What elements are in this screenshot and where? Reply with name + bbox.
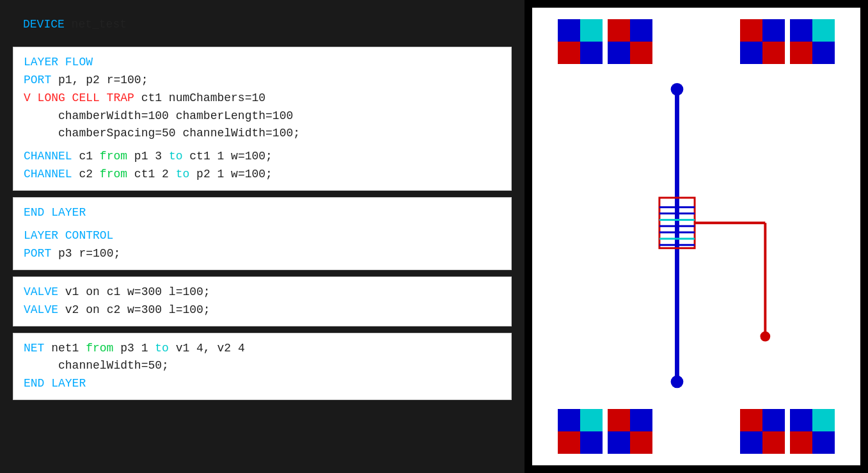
diagram-area bbox=[532, 8, 860, 465]
device-name: net_test bbox=[65, 18, 127, 31]
valve-v1-line: VALVE v1 on c1 w=300 l=100; bbox=[24, 284, 501, 301]
layer-control-line: LAYER CONTROL bbox=[24, 227, 501, 245]
end-layer-line2: END LAYER bbox=[24, 375, 501, 393]
right-panel bbox=[525, 0, 868, 473]
cell-trap-line2: chamberWidth=100 chamberLength=100 bbox=[24, 108, 501, 125]
valve-block: VALVE v1 on c1 w=300 l=100; VALVE v2 on … bbox=[13, 277, 512, 326]
svg-point-2 bbox=[671, 376, 684, 389]
left-panel: DEVICE net_test LAYER FLOW PORT p1, p2 r… bbox=[0, 0, 525, 473]
net-line1: NET net1 from p3 1 to v1 4, v2 4 bbox=[24, 340, 501, 358]
device-keyword: DEVICE bbox=[23, 18, 65, 31]
end-layer-block: END LAYER LAYER CONTROL PORT p3 r=100; bbox=[13, 197, 512, 270]
cell-trap-line3: chamberSpacing=50 channelWidth=100; bbox=[24, 125, 501, 143]
flow-layer-block: LAYER FLOW PORT p1, p2 r=100; V LONG CEL… bbox=[13, 47, 512, 191]
diagram-svg bbox=[532, 8, 860, 465]
layer-flow-line: LAYER FLOW bbox=[24, 54, 501, 72]
end-layer-line: END LAYER bbox=[24, 204, 501, 222]
port-line: PORT p1, p2 r=100; bbox=[24, 72, 501, 90]
net-block: NET net1 from p3 1 to v1 4, v2 4 channel… bbox=[13, 333, 512, 401]
svg-point-1 bbox=[671, 83, 684, 96]
channel-c1-line: CHANNEL c1 from p1 3 to ct1 1 w=100; bbox=[24, 148, 501, 166]
channel-c2-line: CHANNEL c2 from ct1 2 to p2 1 w=100; bbox=[24, 166, 501, 184]
cell-trap-line1: V LONG CELL TRAP ct1 numChambers=10 bbox=[24, 90, 501, 108]
svg-point-13 bbox=[760, 332, 770, 342]
valve-v2-line: VALVE v2 on c2 w=300 l=100; bbox=[24, 301, 501, 319]
net-line2: channelWidth=50; bbox=[24, 357, 501, 375]
port-p3-line: PORT p3 r=100; bbox=[24, 245, 501, 263]
device-block: DEVICE net_test bbox=[13, 10, 512, 40]
